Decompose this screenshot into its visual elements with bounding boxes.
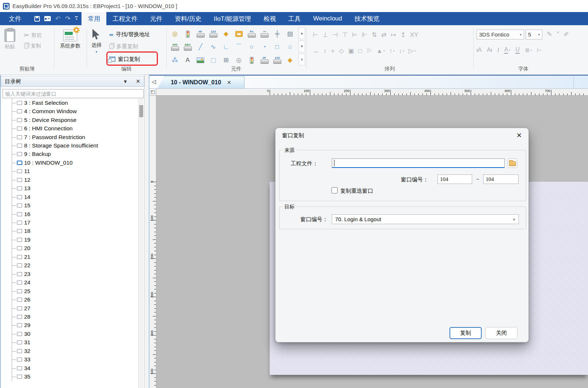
tree-item-28[interactable]: 28 [1,312,144,321]
menu-tab-2[interactable]: 工程文件 [106,12,144,25]
quick-access-menu-icon[interactable]: ▾ [75,16,78,21]
group-icon[interactable]: ▣ [348,47,354,55]
copy-button[interactable]: 复制 [24,43,41,49]
tree-filter-input[interactable] [3,89,144,98]
tab-scroll-left-icon[interactable]: ◁ [152,78,156,85]
distribute-vertical-icon[interactable]: ⇅ [372,31,377,39]
tree-item-12[interactable]: 12 [1,176,144,184]
word-state-switch-icon[interactable]: 123 [207,27,220,41]
save-icon[interactable] [34,16,40,22]
tree-item-21[interactable]: 21 [1,253,144,261]
table-icon[interactable]: ⊞ [220,54,232,67]
paste-button[interactable]: 粘贴 [4,29,15,50]
word-lamp-icon[interactable] [181,27,194,41]
menu-tab-4[interactable]: 资料/历史 [168,12,208,25]
menu-tab-6[interactable]: 检视 [257,12,282,25]
word-switch2-icon[interactable]: 123 [271,54,284,67]
option-list-icon[interactable]: ▤ [284,27,296,41]
picture-icon[interactable] [194,54,207,67]
project-file-input[interactable] [332,158,505,168]
tree-item-25[interactable]: 25 [1,287,144,295]
tree-item-5[interactable]: 5 : Device Response [1,116,144,124]
align-top-icon[interactable]: ⊤ [342,31,348,39]
align-right-icon[interactable]: ⊣ [333,31,338,39]
move-up-layer-icon[interactable]: ↑▾ [389,47,395,55]
polyline-icon[interactable]: ∟ [220,41,232,54]
ungroup-icon[interactable]: □ [359,47,362,55]
scatter-icon[interactable]: ⁂ [168,54,181,67]
align-left-icon[interactable]: ⊢ [313,31,318,39]
cut-button[interactable]: ✂ 剪切 [24,32,41,39]
tree-item-30[interactable]: 30 [1,330,144,338]
rectangle-icon[interactable]: □ [271,41,284,54]
italic-icon[interactable]: I [497,47,499,53]
panel-dropdown-icon[interactable]: ▼ [123,79,128,84]
ascii-display-icon[interactable]: ABC [181,41,194,54]
function-key-icon[interactable]: ◆ [220,27,232,41]
tree-item-15[interactable]: 15 [1,201,144,210]
tree-item-18[interactable]: 18 [1,227,144,235]
window-from-input[interactable] [437,174,472,184]
tree-item-19[interactable]: 19 [1,235,144,244]
scroll-up-icon[interactable]: ▲ [299,27,305,39]
style-brush-icon[interactable]: ✎ [547,30,552,38]
tree-item-14[interactable]: 14 [1,193,144,201]
dialog-close-icon[interactable]: ✕ [516,131,522,139]
tree-item-8[interactable]: 8 : Storage Space Insufficient [1,141,144,150]
menu-tab-3[interactable]: 元件 [144,12,168,25]
same-size-icon[interactable]: + [331,47,335,55]
fill-style-icon[interactable]: ◇ [339,47,344,55]
grow-font-icon[interactable]: ᵻA [477,47,482,53]
bit-switch2-icon[interactable]: H⊦ [258,54,271,67]
find-replace-button[interactable]: ∞ 寻找/替换地址 [109,30,150,39]
tree-item-27[interactable]: 27 [1,304,144,312]
line-icon[interactable]: ╱ [194,41,207,54]
text-icon[interactable]: A [181,54,194,67]
distribute-horizontal-icon[interactable]: ⇄ [381,31,386,39]
pie-icon[interactable]: ◔ [258,41,271,54]
tree-item-11[interactable]: 11 [1,167,144,176]
shrink-font-icon[interactable]: Aᵻ [487,47,492,53]
panel-close-icon[interactable]: ✕ [136,78,140,85]
tree-item-31[interactable]: 31 [1,338,144,347]
tree-item-3[interactable]: 3 : Fast Selection [1,99,144,107]
format-painter-icon[interactable]: ✐ [564,30,569,38]
move-down-layer-icon[interactable]: ↓▾ [399,47,404,55]
undo-icon[interactable]: ↶ [55,15,61,22]
space-horizontal-icon[interactable]: ↦ [391,31,396,39]
combo-button-icon[interactable]: ≡▾ [258,27,271,41]
rect-object-icon[interactable]: ▢ [207,54,220,67]
tree-item-10[interactable]: 10 : WINDOW_010 [1,158,144,167]
menu-tab-9[interactable]: 技术预览 [348,12,386,25]
scroll-down-icon[interactable]: ▼ [299,41,305,52]
tree-scrollbar-thumb[interactable] [139,105,143,117]
tree-item-20[interactable]: 20 [1,244,144,253]
tree-item-17[interactable]: 17 [1,218,144,227]
space-vertical-icon[interactable]: ↥ [401,31,406,39]
numeric-display-icon[interactable]: 999 [168,41,181,54]
same-height-icon[interactable]: ↕ [323,47,327,55]
slider-icon[interactable]: ╪ [271,27,284,41]
redo-icon[interactable]: ↷ [65,15,71,22]
fn-key-icon[interactable]: Fn [245,27,258,41]
tree-item-23[interactable]: 23 [1,270,144,278]
select-button[interactable]: 选择 ▾ [91,29,102,54]
line-spacing-icon[interactable]: ≣▾ [525,47,532,54]
word-lamp2-icon[interactable] [245,54,258,67]
bit-lamp-icon[interactable]: ◎ [168,27,181,41]
arc-icon[interactable]: ⌒ [232,41,245,54]
tab-close-icon[interactable]: ✕ [227,80,231,85]
menu-tab-5[interactable]: IIoT/能源管理 [208,12,257,25]
panel-splitter[interactable] [145,75,149,388]
tree-item-7[interactable]: 7 : Password Restriction [1,133,144,141]
tree-item-22[interactable]: 22 [1,261,144,270]
numeric-input-icon[interactable] [232,27,245,41]
bring-to-front-icon[interactable]: ▲▾ [376,47,385,55]
tree-item-34[interactable]: 34 [1,364,144,372]
same-width-icon[interactable]: ↔ [313,47,319,55]
copy-confirm-button[interactable]: 复制 [449,327,482,339]
tree-scrollbar[interactable] [138,99,144,388]
multi-copy-button[interactable]: 多重复制 [109,42,138,51]
ruler-corner-button[interactable] [149,89,156,96]
brush-caret-icon[interactable]: ▾ [557,30,559,34]
